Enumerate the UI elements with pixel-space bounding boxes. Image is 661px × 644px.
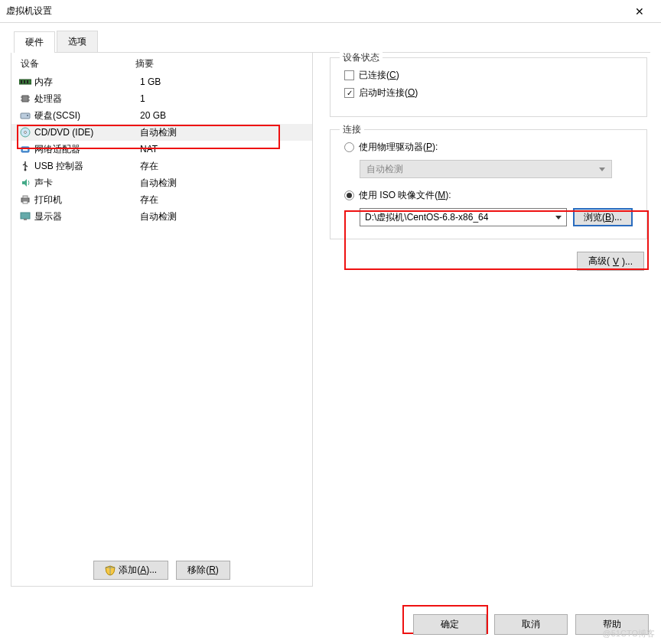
connection-group: 连接 使用物理驱动器(P): 自动检测 使用 ISO 映像文件(M): D:\虚… (330, 129, 647, 239)
right-panel: 设备状态 已连接(C) ✓ 启动时连接(O) 连接 使用物理驱动器(P): 自动… (327, 53, 650, 587)
svg-rect-4 (22, 96, 28, 102)
svg-point-10 (27, 115, 28, 116)
list-item[interactable]: 内存 1 GB (11, 73, 312, 90)
add-button[interactable]: 添加(A)... (93, 561, 168, 580)
advanced-button[interactable]: 高级(V)... (577, 252, 644, 271)
monitor-icon (18, 211, 33, 222)
connected-label: 已连接(C) (359, 69, 399, 82)
svg-rect-19 (21, 213, 30, 219)
connection-legend: 连接 (340, 123, 364, 136)
list-item[interactable]: 声卡 自动检测 (11, 174, 312, 191)
disk-icon (18, 111, 33, 120)
tab-options[interactable]: 选项 (57, 31, 98, 52)
svg-point-15 (24, 169, 27, 171)
list-item[interactable]: 打印机 存在 (11, 191, 312, 208)
printer-icon (18, 194, 33, 205)
cancel-button[interactable]: 取消 (494, 614, 568, 635)
status-legend: 设备状态 (340, 51, 383, 64)
physical-drive-dropdown[interactable]: 自动检测 (360, 160, 612, 178)
browse-button[interactable]: 浏览(B)... (573, 208, 633, 226)
tab-strip: 硬件 选项 (14, 31, 650, 53)
usb-icon (18, 161, 33, 171)
use-physical-label: 使用物理驱动器(P): (359, 141, 438, 154)
list-item[interactable]: USB 控制器 存在 (11, 158, 312, 174)
svg-rect-17 (23, 196, 28, 198)
network-icon (18, 145, 33, 154)
tab-hardware[interactable]: 硬件 (14, 31, 55, 53)
close-icon[interactable]: ✕ (624, 5, 655, 18)
help-button[interactable]: 帮助 (575, 614, 649, 635)
use-iso-label: 使用 ISO 映像文件(M): (359, 189, 451, 202)
svg-rect-3 (27, 80, 28, 83)
device-list-panel: 设备 摘要 内存 1 GB 处理器 1 硬盘(SCSI) 20 GB (11, 53, 313, 587)
memory-icon (18, 78, 33, 86)
cpu-icon (18, 93, 33, 104)
svg-rect-9 (21, 113, 30, 119)
svg-rect-14 (23, 148, 28, 151)
list-header: 设备 摘要 (11, 53, 312, 73)
remove-button[interactable]: 移除(R) (176, 561, 230, 580)
iso-path-input[interactable]: D:\虚拟机\CentOS-6.8-x86_64 (360, 208, 567, 226)
dialog-footer: 确定 取消 帮助 (413, 614, 649, 635)
remove-button-label: 移除(R) (187, 564, 219, 577)
list-item[interactable]: 硬盘(SCSI) 20 GB (11, 107, 312, 124)
use-physical-radio[interactable] (344, 142, 354, 152)
list-item[interactable]: 显示器 自动检测 (11, 208, 312, 225)
list-item[interactable]: 处理器 1 (11, 90, 312, 107)
connect-on-power-label: 启动时连接(O) (359, 86, 418, 99)
use-iso-radio[interactable] (344, 190, 354, 200)
svg-rect-18 (23, 201, 28, 203)
shield-icon (105, 565, 116, 576)
svg-point-12 (24, 132, 27, 134)
connect-on-power-checkbox[interactable]: ✓ (344, 88, 354, 98)
device-status-group: 设备状态 已连接(C) ✓ 启动时连接(O) (330, 57, 647, 117)
svg-rect-20 (24, 219, 27, 220)
list-item[interactable]: 网络适配器 NAT (11, 141, 312, 158)
add-button-label: 添加(A)... (119, 564, 157, 577)
ok-button[interactable]: 确定 (413, 614, 487, 635)
window-title: 虚拟机设置 (6, 5, 624, 18)
svg-rect-2 (24, 80, 25, 83)
header-device: 设备 (21, 57, 135, 70)
sound-icon (18, 177, 33, 188)
device-list: 内存 1 GB 处理器 1 硬盘(SCSI) 20 GB CD/DVD (IDE… (11, 73, 312, 225)
title-bar: 虚拟机设置 ✕ (0, 0, 661, 23)
header-summary: 摘要 (135, 57, 303, 70)
connected-checkbox[interactable] (344, 70, 354, 80)
list-item[interactable]: CD/DVD (IDE) 自动检测 (11, 124, 312, 141)
svg-rect-1 (21, 80, 22, 83)
cd-icon (18, 127, 33, 138)
